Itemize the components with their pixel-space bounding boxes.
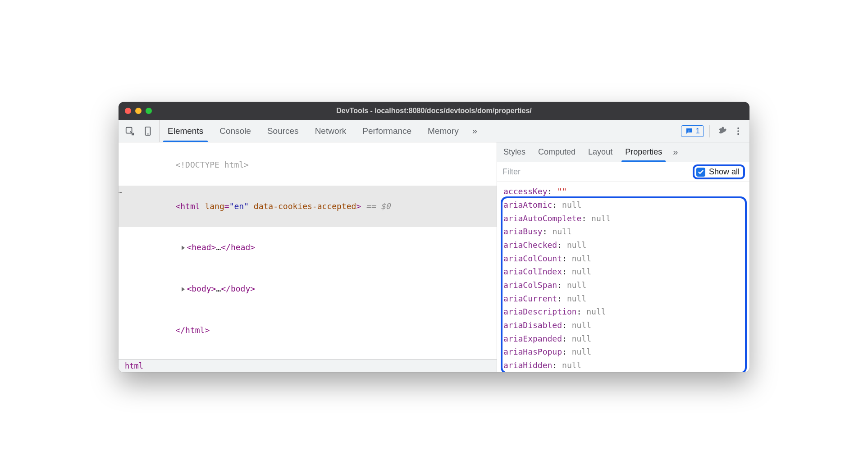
- toolbar-right-group: 1: [676, 120, 749, 142]
- property-value: null: [572, 320, 591, 330]
- property-name: ariaHasPopup: [503, 347, 562, 356]
- dom-doctype[interactable]: <!DOCTYPE html>: [119, 144, 497, 186]
- property-value: null: [567, 240, 586, 250]
- properties-list[interactable]: accessKey: ""ariaAtomic: nullariaAutoCom…: [497, 182, 749, 372]
- property-name: ariaExpanded: [503, 334, 562, 343]
- main-toolbar: ElementsConsoleSourcesNetworkPerformance…: [119, 120, 749, 142]
- property-value: null: [572, 347, 591, 356]
- property-value: null: [552, 227, 571, 236]
- property-name: ariaColSpan: [503, 280, 557, 290]
- property-value: null: [591, 214, 611, 223]
- toolbar-left-group: [119, 120, 160, 142]
- svg-point-6: [737, 130, 739, 132]
- svg-rect-3: [688, 130, 690, 130]
- property-value: null: [572, 254, 591, 263]
- property-row[interactable]: ariaBusy: null: [503, 225, 744, 238]
- svg-rect-4: [688, 131, 690, 131]
- dom-node-body[interactable]: <body>…</body>: [119, 269, 497, 310]
- property-name: ariaDisabled: [503, 320, 562, 330]
- breadcrumb-item[interactable]: html: [125, 361, 143, 370]
- dom-node-html-close[interactable]: </html>: [119, 310, 497, 351]
- show-all-label: Show all: [709, 167, 740, 177]
- property-name: ariaBusy: [503, 227, 543, 236]
- side-panel: StylesComputedLayoutProperties» Show all…: [497, 142, 749, 372]
- tab-sources[interactable]: Sources: [259, 120, 307, 142]
- side-tabs: StylesComputedLayoutProperties»: [497, 142, 749, 162]
- dom-tree[interactable]: <!DOCTYPE html> <html lang="en" data-coo…: [119, 142, 497, 359]
- checkbox-checked-icon[interactable]: [696, 168, 705, 177]
- tab-network[interactable]: Network: [307, 120, 355, 142]
- property-value: null: [567, 280, 586, 290]
- property-row[interactable]: ariaColIndex: null: [503, 265, 744, 278]
- tab-console[interactable]: Console: [211, 120, 259, 142]
- traffic-lights: [125, 108, 152, 114]
- property-row[interactable]: ariaDescription: null: [503, 305, 744, 319]
- inspect-element-icon[interactable]: [123, 124, 137, 138]
- dom-node-head[interactable]: <head>…</head>: [119, 227, 497, 269]
- property-name: ariaAtomic: [503, 200, 552, 210]
- property-value: null: [586, 307, 606, 316]
- property-name: ariaCurrent: [503, 294, 557, 303]
- side-tab-computed[interactable]: Computed: [532, 142, 582, 162]
- property-row[interactable]: ariaColSpan: null: [503, 278, 744, 292]
- expand-triangle-icon[interactable]: [182, 287, 185, 292]
- property-value: null: [562, 360, 581, 370]
- gear-icon: [717, 126, 727, 136]
- tab-elements[interactable]: Elements: [160, 120, 211, 142]
- main-tabs: ElementsConsoleSourcesNetworkPerformance…: [160, 120, 467, 142]
- side-tab-styles[interactable]: Styles: [497, 142, 532, 162]
- chevron-right-double-icon: »: [472, 126, 477, 136]
- dom-breadcrumb[interactable]: html: [119, 359, 497, 372]
- property-row[interactable]: ariaHidden: null: [503, 359, 744, 372]
- kebab-menu-button[interactable]: [731, 124, 745, 138]
- property-row[interactable]: ariaHasPopup: null: [503, 345, 744, 359]
- more-vertical-icon: [733, 126, 743, 136]
- dom-node-html[interactable]: <html lang="en" data-cookies-accepted> =…: [119, 186, 497, 227]
- elements-panel: <!DOCTYPE html> <html lang="en" data-coo…: [119, 142, 497, 372]
- devtools-window: DevTools - localhost:8080/docs/devtools/…: [119, 102, 749, 372]
- tab-memory[interactable]: Memory: [420, 120, 467, 142]
- console-ref-label: == $0: [361, 201, 390, 211]
- property-row[interactable]: ariaCurrent: null: [503, 292, 744, 305]
- expand-triangle-icon[interactable]: [182, 246, 185, 250]
- side-tab-layout[interactable]: Layout: [582, 142, 619, 162]
- issues-count: 1: [696, 127, 700, 136]
- property-row[interactable]: ariaDisabled: null: [503, 319, 744, 332]
- property-value: null: [572, 334, 591, 343]
- show-all-toggle[interactable]: Show all: [693, 164, 745, 179]
- side-tabs-overflow[interactable]: »: [668, 142, 682, 162]
- issues-badge[interactable]: 1: [681, 125, 704, 137]
- window-close-button[interactable]: [125, 108, 131, 114]
- svg-point-7: [737, 133, 739, 135]
- property-row[interactable]: accessKey: "": [503, 185, 744, 198]
- property-name: ariaDescription: [503, 307, 577, 316]
- main-tabs-overflow[interactable]: »: [467, 120, 483, 142]
- property-name: ariaColCount: [503, 254, 562, 263]
- property-row[interactable]: ariaChecked: null: [503, 238, 744, 252]
- property-name: ariaHidden: [503, 360, 552, 370]
- property-name: accessKey: [503, 187, 548, 196]
- property-row[interactable]: ariaAtomic: null: [503, 198, 744, 212]
- window-minimize-button[interactable]: [135, 108, 142, 114]
- property-value: null: [572, 267, 591, 276]
- property-name: ariaAutoComplete: [503, 214, 581, 223]
- settings-button[interactable]: [715, 124, 729, 138]
- svg-point-5: [737, 127, 739, 129]
- property-value: null: [567, 294, 586, 303]
- property-row[interactable]: ariaAutoComplete: null: [503, 212, 744, 225]
- panels-split: <!DOCTYPE html> <html lang="en" data-coo…: [119, 142, 749, 372]
- property-name: ariaChecked: [503, 240, 557, 250]
- chat-icon: [685, 127, 693, 135]
- property-value: "": [557, 187, 567, 196]
- property-row[interactable]: ariaExpanded: null: [503, 332, 744, 346]
- property-row[interactable]: ariaColCount: null: [503, 252, 744, 265]
- doctype-text: <!DOCTYPE html>: [175, 160, 249, 169]
- tab-performance[interactable]: Performance: [354, 120, 420, 142]
- side-tab-properties[interactable]: Properties: [619, 142, 668, 162]
- device-toolbar-icon[interactable]: [141, 124, 155, 138]
- properties-toolbar: Show all: [497, 162, 749, 182]
- filter-input[interactable]: [503, 167, 688, 177]
- property-name: ariaColIndex: [503, 267, 562, 276]
- window-title: DevTools - localhost:8080/docs/devtools/…: [119, 107, 749, 115]
- window-maximize-button[interactable]: [146, 108, 152, 114]
